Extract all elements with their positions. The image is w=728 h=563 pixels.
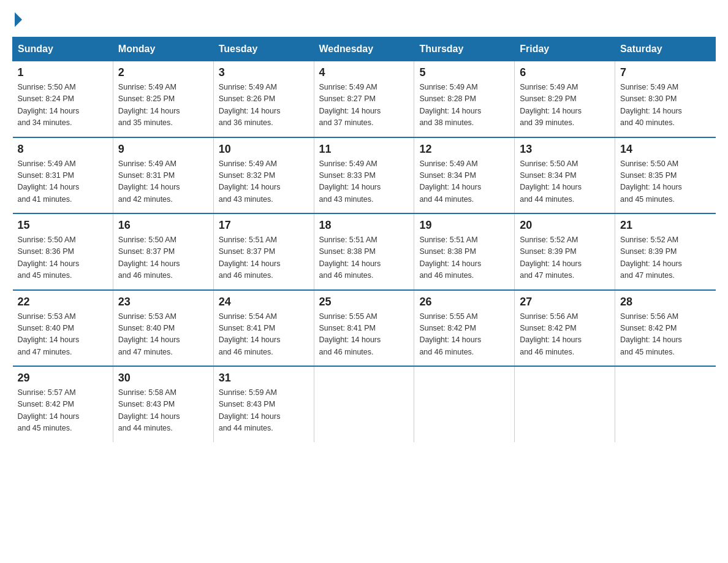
header-thursday: Thursday bbox=[414, 37, 515, 61]
week-row-2: 8 Sunrise: 5:49 AM Sunset: 8:31 PM Dayli… bbox=[13, 137, 716, 214]
day-number: 25 bbox=[319, 296, 409, 308]
week-row-4: 22 Sunrise: 5:53 AM Sunset: 8:40 PM Dayl… bbox=[13, 290, 716, 367]
calendar-cell: 11 Sunrise: 5:49 AM Sunset: 8:33 PM Dayl… bbox=[314, 137, 414, 214]
day-number: 26 bbox=[419, 296, 509, 308]
calendar-cell: 14 Sunrise: 5:50 AM Sunset: 8:35 PM Dayl… bbox=[615, 137, 716, 214]
day-info: Sunrise: 5:49 AM Sunset: 8:27 PM Dayligh… bbox=[319, 82, 409, 129]
day-number: 13 bbox=[520, 143, 610, 156]
day-number: 22 bbox=[18, 296, 108, 308]
calendar-header-row: SundayMondayTuesdayWednesdayThursdayFrid… bbox=[13, 37, 716, 61]
day-number: 4 bbox=[319, 66, 409, 79]
day-info: Sunrise: 5:49 AM Sunset: 8:26 PM Dayligh… bbox=[219, 82, 309, 129]
day-info: Sunrise: 5:54 AM Sunset: 8:41 PM Dayligh… bbox=[219, 311, 309, 359]
day-number: 7 bbox=[620, 66, 710, 79]
header-tuesday: Tuesday bbox=[213, 37, 314, 61]
day-number: 9 bbox=[118, 143, 208, 156]
day-number: 2 bbox=[118, 66, 208, 79]
day-number: 17 bbox=[219, 219, 309, 232]
calendar-cell: 3 Sunrise: 5:49 AM Sunset: 8:26 PM Dayli… bbox=[213, 61, 314, 137]
day-number: 20 bbox=[520, 219, 610, 232]
day-info: Sunrise: 5:49 AM Sunset: 8:31 PM Dayligh… bbox=[18, 158, 108, 206]
calendar-cell: 27 Sunrise: 5:56 AM Sunset: 8:42 PM Dayl… bbox=[515, 290, 615, 367]
calendar-cell: 2 Sunrise: 5:49 AM Sunset: 8:25 PM Dayli… bbox=[113, 61, 213, 137]
header-wednesday: Wednesday bbox=[314, 37, 414, 61]
calendar-cell: 21 Sunrise: 5:52 AM Sunset: 8:39 PM Dayl… bbox=[615, 213, 716, 290]
day-info: Sunrise: 5:55 AM Sunset: 8:41 PM Dayligh… bbox=[319, 311, 409, 359]
day-info: Sunrise: 5:50 AM Sunset: 8:35 PM Dayligh… bbox=[620, 158, 710, 206]
calendar-cell: 6 Sunrise: 5:49 AM Sunset: 8:29 PM Dayli… bbox=[515, 61, 615, 137]
day-number: 30 bbox=[118, 372, 208, 385]
day-info: Sunrise: 5:49 AM Sunset: 8:30 PM Dayligh… bbox=[620, 82, 710, 129]
day-number: 21 bbox=[620, 219, 710, 232]
day-number: 31 bbox=[219, 372, 309, 385]
day-number: 18 bbox=[319, 219, 409, 232]
calendar-cell: 7 Sunrise: 5:49 AM Sunset: 8:30 PM Dayli… bbox=[615, 61, 716, 137]
calendar-cell: 4 Sunrise: 5:49 AM Sunset: 8:27 PM Dayli… bbox=[314, 61, 414, 137]
day-info: Sunrise: 5:58 AM Sunset: 8:43 PM Dayligh… bbox=[118, 387, 208, 435]
day-info: Sunrise: 5:50 AM Sunset: 8:34 PM Dayligh… bbox=[520, 158, 610, 206]
day-info: Sunrise: 5:49 AM Sunset: 8:34 PM Dayligh… bbox=[419, 158, 509, 206]
day-number: 1 bbox=[18, 66, 108, 79]
day-number: 8 bbox=[18, 143, 108, 156]
header-sunday: Sunday bbox=[13, 37, 113, 61]
calendar-cell: 5 Sunrise: 5:49 AM Sunset: 8:28 PM Dayli… bbox=[414, 61, 515, 137]
calendar-cell: 23 Sunrise: 5:53 AM Sunset: 8:40 PM Dayl… bbox=[113, 290, 213, 367]
day-info: Sunrise: 5:52 AM Sunset: 8:39 PM Dayligh… bbox=[520, 234, 610, 282]
calendar-cell: 8 Sunrise: 5:49 AM Sunset: 8:31 PM Dayli… bbox=[13, 137, 113, 214]
day-number: 24 bbox=[219, 296, 309, 308]
day-info: Sunrise: 5:49 AM Sunset: 8:28 PM Dayligh… bbox=[419, 82, 509, 129]
day-info: Sunrise: 5:51 AM Sunset: 8:37 PM Dayligh… bbox=[219, 234, 309, 282]
calendar-cell: 24 Sunrise: 5:54 AM Sunset: 8:41 PM Dayl… bbox=[213, 290, 314, 367]
calendar-cell: 25 Sunrise: 5:55 AM Sunset: 8:41 PM Dayl… bbox=[314, 290, 414, 367]
calendar-cell: 13 Sunrise: 5:50 AM Sunset: 8:34 PM Dayl… bbox=[515, 137, 615, 214]
day-number: 15 bbox=[18, 219, 108, 232]
day-number: 12 bbox=[419, 143, 509, 156]
day-number: 27 bbox=[520, 296, 610, 308]
day-info: Sunrise: 5:57 AM Sunset: 8:42 PM Dayligh… bbox=[18, 387, 108, 435]
day-info: Sunrise: 5:49 AM Sunset: 8:31 PM Dayligh… bbox=[118, 158, 208, 206]
day-info: Sunrise: 5:49 AM Sunset: 8:32 PM Dayligh… bbox=[219, 158, 309, 206]
header-friday: Friday bbox=[515, 37, 615, 61]
week-row-5: 29 Sunrise: 5:57 AM Sunset: 8:42 PM Dayl… bbox=[13, 366, 716, 442]
day-number: 23 bbox=[118, 296, 208, 308]
header-saturday: Saturday bbox=[615, 37, 716, 61]
week-row-3: 15 Sunrise: 5:50 AM Sunset: 8:36 PM Dayl… bbox=[13, 213, 716, 290]
day-number: 5 bbox=[419, 66, 509, 79]
day-info: Sunrise: 5:51 AM Sunset: 8:38 PM Dayligh… bbox=[419, 234, 509, 282]
calendar-cell: 18 Sunrise: 5:51 AM Sunset: 8:38 PM Dayl… bbox=[314, 213, 414, 290]
day-info: Sunrise: 5:53 AM Sunset: 8:40 PM Dayligh… bbox=[18, 311, 108, 359]
day-number: 10 bbox=[219, 143, 309, 156]
day-info: Sunrise: 5:56 AM Sunset: 8:42 PM Dayligh… bbox=[520, 311, 610, 359]
day-info: Sunrise: 5:51 AM Sunset: 8:38 PM Dayligh… bbox=[319, 234, 409, 282]
logo bbox=[12, 12, 22, 25]
day-info: Sunrise: 5:55 AM Sunset: 8:42 PM Dayligh… bbox=[419, 311, 509, 359]
calendar-cell bbox=[615, 366, 716, 442]
calendar-cell: 15 Sunrise: 5:50 AM Sunset: 8:36 PM Dayl… bbox=[13, 213, 113, 290]
calendar-cell: 1 Sunrise: 5:50 AM Sunset: 8:24 PM Dayli… bbox=[13, 61, 113, 137]
calendar-cell: 19 Sunrise: 5:51 AM Sunset: 8:38 PM Dayl… bbox=[414, 213, 515, 290]
day-number: 11 bbox=[319, 143, 409, 156]
header-monday: Monday bbox=[113, 37, 213, 61]
day-number: 16 bbox=[118, 219, 208, 232]
logo-arrow-icon bbox=[15, 12, 22, 27]
day-info: Sunrise: 5:53 AM Sunset: 8:40 PM Dayligh… bbox=[118, 311, 208, 359]
calendar-cell: 16 Sunrise: 5:50 AM Sunset: 8:37 PM Dayl… bbox=[113, 213, 213, 290]
day-info: Sunrise: 5:52 AM Sunset: 8:39 PM Dayligh… bbox=[620, 234, 710, 282]
day-info: Sunrise: 5:49 AM Sunset: 8:29 PM Dayligh… bbox=[520, 82, 610, 129]
day-number: 29 bbox=[18, 372, 108, 385]
calendar-cell: 30 Sunrise: 5:58 AM Sunset: 8:43 PM Dayl… bbox=[113, 366, 213, 442]
calendar-cell bbox=[314, 366, 414, 442]
day-info: Sunrise: 5:49 AM Sunset: 8:25 PM Dayligh… bbox=[118, 82, 208, 129]
calendar-cell: 28 Sunrise: 5:56 AM Sunset: 8:42 PM Dayl… bbox=[615, 290, 716, 367]
calendar-cell: 17 Sunrise: 5:51 AM Sunset: 8:37 PM Dayl… bbox=[213, 213, 314, 290]
calendar-table: SundayMondayTuesdayWednesdayThursdayFrid… bbox=[12, 37, 716, 442]
week-row-1: 1 Sunrise: 5:50 AM Sunset: 8:24 PM Dayli… bbox=[13, 61, 716, 137]
day-number: 3 bbox=[219, 66, 309, 79]
calendar-cell bbox=[515, 366, 615, 442]
calendar-cell: 12 Sunrise: 5:49 AM Sunset: 8:34 PM Dayl… bbox=[414, 137, 515, 214]
day-info: Sunrise: 5:50 AM Sunset: 8:37 PM Dayligh… bbox=[118, 234, 208, 282]
day-info: Sunrise: 5:50 AM Sunset: 8:24 PM Dayligh… bbox=[18, 82, 108, 129]
calendar-cell: 26 Sunrise: 5:55 AM Sunset: 8:42 PM Dayl… bbox=[414, 290, 515, 367]
logo-mark bbox=[12, 12, 22, 25]
day-number: 14 bbox=[620, 143, 710, 156]
